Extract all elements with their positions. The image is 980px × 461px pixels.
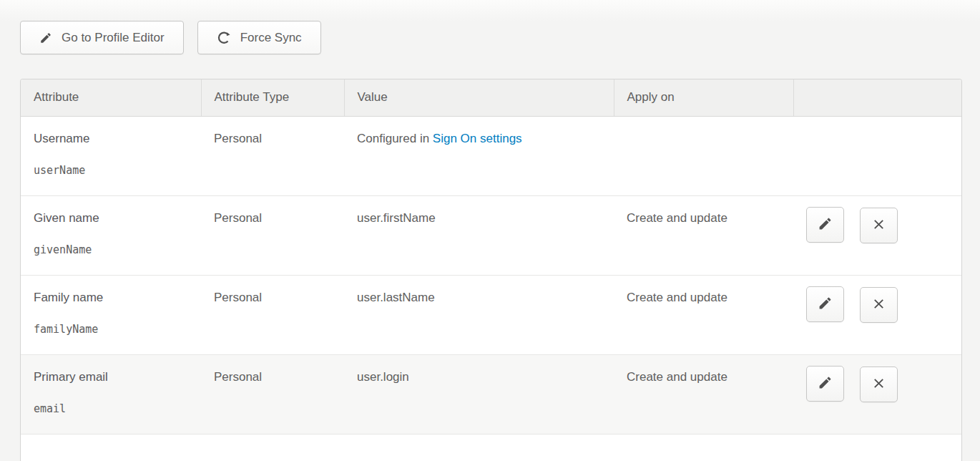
pencil-icon	[818, 296, 833, 313]
pencil-icon	[818, 375, 833, 392]
table-row: Given name givenName Personal user.first…	[21, 195, 961, 275]
attribute-code: email	[34, 402, 194, 415]
attribute-label: Primary email	[34, 370, 194, 384]
x-icon	[872, 377, 886, 392]
header-value: Value	[344, 79, 614, 116]
go-to-profile-editor-button[interactable]: Go to Profile Editor	[20, 21, 184, 54]
attribute-code: userName	[34, 164, 194, 177]
attribute-type: Personal	[214, 132, 262, 145]
value-expression: user.firstName	[357, 211, 436, 225]
force-sync-button[interactable]: Force Sync	[197, 21, 321, 54]
apply-on-value: Create and update	[627, 370, 727, 384]
attribute-label: Family name	[34, 291, 194, 305]
x-icon	[872, 297, 886, 313]
header-attribute: Attribute	[21, 79, 201, 116]
refresh-icon	[217, 31, 231, 45]
header-attribute-type: Attribute Type	[201, 79, 344, 116]
pencil-icon	[818, 216, 833, 233]
edit-attribute-button[interactable]	[806, 286, 844, 322]
delete-attribute-button[interactable]	[860, 208, 898, 243]
delete-attribute-button[interactable]	[860, 367, 898, 402]
attribute-label: Given name	[34, 211, 194, 225]
attribute-code: givenName	[34, 243, 194, 256]
go-to-profile-editor-label: Go to Profile Editor	[62, 31, 165, 45]
toolbar: Go to Profile Editor Force Sync	[20, 21, 321, 54]
attribute-label: Username	[34, 132, 194, 146]
value-expression: user.login	[357, 370, 409, 384]
attribute-type: Personal	[214, 211, 262, 225]
table-row: Primary email email Personal user.login …	[21, 354, 961, 434]
apply-on-value: Create and update	[627, 291, 727, 304]
table-header-row: Attribute Attribute Type Value Apply on	[21, 79, 961, 116]
value-expression: user.lastName	[357, 291, 435, 304]
delete-attribute-button[interactable]	[860, 287, 898, 323]
attribute-mappings-table: Attribute Attribute Type Value Apply on …	[20, 79, 962, 461]
value-text: Configured in	[357, 132, 433, 145]
sign-on-settings-link[interactable]: Sign On settings	[433, 132, 522, 145]
header-apply-on: Apply on	[614, 79, 793, 116]
table-row: Family name familyName Personal user.las…	[21, 275, 961, 354]
table-row: Username userName Personal Configured in…	[21, 116, 961, 195]
edit-attribute-button[interactable]	[806, 366, 844, 402]
table-row-empty	[21, 434, 961, 461]
force-sync-label: Force Sync	[240, 31, 302, 45]
apply-on-value: Create and update	[627, 211, 727, 225]
edit-attribute-button[interactable]	[806, 207, 844, 243]
attribute-code: familyName	[34, 323, 194, 336]
x-icon	[872, 218, 886, 233]
attribute-type: Personal	[214, 370, 262, 384]
pencil-icon	[39, 31, 52, 44]
header-actions	[793, 79, 961, 116]
attribute-type: Personal	[214, 291, 262, 304]
